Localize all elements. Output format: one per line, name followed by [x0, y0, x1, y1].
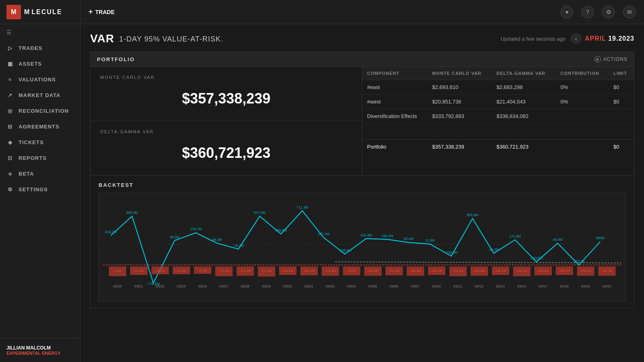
logo-text: M LECULE	[24, 8, 62, 16]
portfolio-label: PORTFOLIO	[97, 56, 135, 62]
svg-text:04/12: 04/12	[475, 284, 483, 288]
sidebar-item-label: TRADES	[19, 45, 42, 51]
sidebar-item-beta[interactable]: ⌾ BETA	[0, 166, 80, 182]
svg-text:03/20: 03/20	[113, 284, 122, 288]
var-right-panel: COMPONENT MONTE CARLO VAR DELTA-GAMMA VA…	[362, 67, 634, 175]
svg-text:-358.7M: -358.7M	[559, 269, 570, 273]
sidebar-item-valuations[interactable]: ≡ VALUATIONS	[0, 72, 80, 87]
svg-text:04/06: 04/06	[390, 284, 398, 288]
actions-circle-icon: ⊛	[594, 56, 601, 62]
svg-text:03/23: 03/23	[177, 284, 186, 288]
delta-gamma-card: DELTA-GAMMA VAR $360,721,923	[91, 121, 362, 175]
row-limit: $0	[609, 95, 634, 109]
sidebar-item-trades[interactable]: ▷ TRADES	[0, 40, 80, 56]
svg-text:03/29: 03/29	[262, 284, 271, 288]
svg-text:03/22: 03/22	[155, 284, 164, 288]
svg-text:-270.2M: -270.2M	[218, 269, 229, 273]
sidebar-item-label: TICKETS	[19, 139, 44, 145]
svg-text:03/28: 03/28	[241, 284, 250, 288]
svg-text:-282.5M: -282.5M	[367, 269, 378, 273]
sidebar-item-assets[interactable]: ▦ ASSETS	[0, 56, 80, 72]
chart-svg: 416.7M 665.3M -776.6M 98.5M 270.7M 84.3M…	[103, 200, 621, 289]
row-component: Diversification Effects	[362, 109, 427, 124]
date-nav: ‹ APRIL 19.2023	[570, 33, 634, 44]
monte-carlo-card: MONTE CARLO VAR $357,338,239	[91, 67, 362, 121]
sidebar-item-settings[interactable]: ⚙ SETTINGS	[0, 182, 80, 197]
sidebar-item-label: SETTINGS	[19, 186, 48, 192]
page-content: VAR 1-DAY 95% VALUE-AT-RISK. Updated a f…	[80, 24, 644, 362]
trades-icon: ▷	[6, 45, 14, 51]
topbar: + TRADE ▾ ? ⚙ ✉	[80, 0, 644, 24]
var-grid: MONTE CARLO VAR $357,338,239 DELTA-GAMMA…	[90, 67, 634, 176]
sidebar-item-label: RECONCILIATION	[19, 108, 69, 114]
nav-menu: ▷ TRADES ▦ ASSETS ≡ VALUATIONS ↗ MARKET …	[0, 40, 80, 197]
svg-text:-350.3M: -350.3M	[580, 269, 591, 273]
monte-carlo-label: MONTE CARLO VAR	[100, 75, 352, 80]
row-dg-var: $21,404,543	[492, 95, 556, 109]
svg-text:-373.2K: -373.2K	[573, 259, 585, 263]
red-dot: .	[221, 33, 224, 43]
settings-icon: ⚙	[6, 186, 14, 192]
svg-text:-277M: -277M	[198, 269, 207, 273]
total-contribution	[556, 140, 609, 154]
sidebar-item-label: REPORTS	[19, 155, 47, 161]
actions-button[interactable]: ⊛ ACTIONS	[594, 56, 627, 62]
sidebar-item-label: AGREEMENTS	[19, 124, 60, 130]
page-header: VAR 1-DAY 95% VALUE-AT-RISK. Updated a f…	[90, 32, 634, 45]
prev-date-button[interactable]: ‹	[570, 33, 582, 44]
col-mc-var: MONTE CARLO VAR	[427, 67, 492, 80]
backtest-section: BACKTEST	[90, 176, 634, 308]
valuations-icon: ≡	[6, 77, 14, 83]
mail-icon[interactable]: ✉	[623, 6, 636, 19]
date-display: APRIL 19.2023	[585, 35, 634, 42]
col-component: COMPONENT	[362, 67, 427, 80]
sidebar-item-agreements[interactable]: ⊟ AGREEMENTS	[0, 119, 80, 134]
svg-text:-336.9M: -336.9M	[410, 269, 421, 273]
svg-text:-354.0M: -354.0M	[537, 269, 549, 273]
svg-text:-300.2M: -300.2M	[282, 269, 293, 273]
svg-text:04/07: 04/07	[411, 284, 420, 288]
sidebar-item-label: MARKET DATA	[19, 92, 60, 98]
total-row: Portfolio $357,338,239 $360,721,923 $0	[362, 140, 634, 154]
svg-text:-360.8M: -360.8M	[516, 269, 527, 273]
sidebar-item-tickets[interactable]: ◈ TICKETS	[0, 134, 80, 150]
svg-text:62.4M: 62.4M	[404, 237, 413, 241]
sidebar-item-label: ASSETS	[19, 61, 42, 67]
var-table: COMPONENT MONTE CARLO VAR DELTA-GAMMA VA…	[362, 67, 634, 154]
col-limit: LIMIT	[609, 67, 634, 80]
sidebar-footer: JILLIAN MALCOLM EXPERIMENTAL ENERGY	[0, 338, 80, 362]
hamburger-icon[interactable]: ☰	[0, 24, 80, 40]
row-mc-var: $20,851,736	[427, 95, 492, 109]
svg-text:04/14: 04/14	[517, 284, 526, 288]
svg-text:-329.8M: -329.8M	[473, 269, 485, 273]
table-row: Diversification Effects $333,792,893 $33…	[362, 109, 634, 124]
sidebar-item-market-data[interactable]: ↗ MARKET DATA	[0, 87, 80, 103]
svg-text:49.4M: 49.4M	[553, 238, 562, 242]
svg-text:-270M: -270M	[113, 269, 122, 273]
svg-text:-29.1M: -29.1M	[155, 269, 165, 273]
row-mc-var: $333,792,893	[427, 109, 492, 124]
svg-text:-325M: -325M	[347, 269, 356, 273]
trade-button[interactable]: + TRADE	[89, 8, 115, 16]
sidebar: M M LECULE ☰ ▷ TRADES ▦ ASSETS ≡ VALUATI…	[0, 0, 80, 362]
svg-text:-26.4M: -26.4M	[134, 269, 143, 273]
agreements-icon: ⊟	[6, 124, 14, 130]
dropdown-icon[interactable]: ▾	[560, 6, 573, 19]
user-org: EXPERIMENTAL ENERGY	[6, 351, 74, 356]
svg-text:416.7M: 416.7M	[105, 230, 117, 234]
svg-text:192.5M: 192.5M	[382, 234, 393, 238]
svg-text:-26.0M: -26.0M	[176, 269, 186, 273]
gear-icon[interactable]: ⚙	[602, 6, 615, 19]
svg-text:197.1M: 197.1M	[318, 232, 329, 236]
help-icon[interactable]: ?	[581, 6, 594, 19]
sidebar-item-reports[interactable]: ⊡ REPORTS	[0, 150, 80, 166]
row-dg-var: $336,634,082	[492, 109, 556, 124]
monte-carlo-value: $357,338,239	[100, 86, 352, 111]
reconciliation-icon: ◎	[6, 108, 14, 114]
svg-text:270.7M: 270.7M	[190, 227, 202, 231]
sidebar-item-reconciliation[interactable]: ◎ RECONCILIATION	[0, 103, 80, 119]
table-row: #west $20,851,736 $21,404,543 0% $0	[362, 95, 634, 109]
user-name: JILLIAN MALCOLM	[6, 345, 74, 351]
var-left-panel: MONTE CARLO VAR $357,338,239 DELTA-GAMMA…	[91, 67, 362, 175]
row-contribution: 0%	[556, 95, 609, 109]
